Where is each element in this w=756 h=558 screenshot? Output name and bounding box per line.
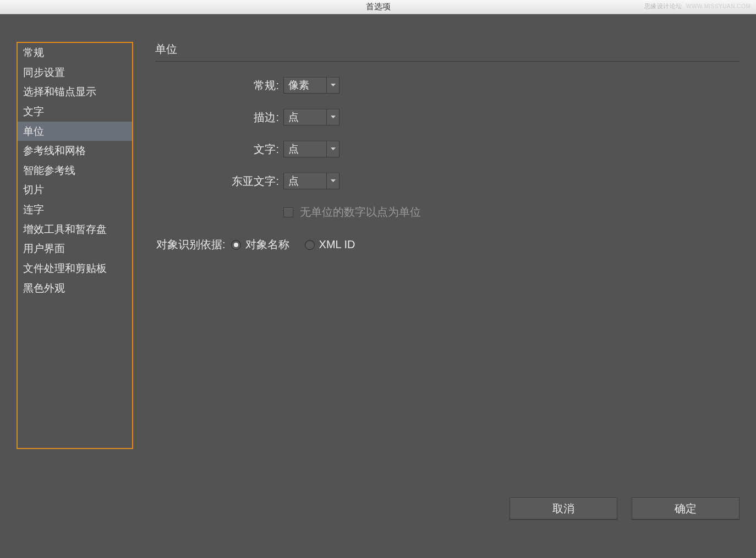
checkbox-label: 无单位的数字以点为单位 — [300, 205, 421, 220]
sidebar-item-general[interactable]: 常规 — [18, 43, 132, 63]
chevron-down-icon — [326, 109, 339, 125]
row-identify-objects: 对象识别依据: 对象名称 XML ID — [156, 237, 739, 252]
dropdown-general-value: 像素 — [283, 77, 326, 94]
content-panel: 单位 常规: 像素 描边: 点 — [133, 42, 739, 449]
row-general: 常规: 像素 — [194, 77, 739, 94]
sidebar-item-ui[interactable]: 用户界面 — [18, 239, 132, 259]
sidebar-item-smart-guides[interactable]: 智能参考线 — [18, 161, 132, 180]
chevron-down-icon — [326, 77, 339, 94]
row-east-asian: 东亚文字: 点 — [194, 173, 739, 189]
label-type: 文字: — [194, 142, 279, 157]
sidebar-item-hyphenation[interactable]: 连字 — [18, 200, 132, 220]
sidebar-item-plugins[interactable]: 增效工具和暂存盘 — [18, 220, 132, 239]
watermark: 思缘设计论坛 WWW.MISSYUAN.COM — [644, 2, 750, 10]
watermark-text-2: WWW.MISSYUAN.COM — [686, 3, 750, 9]
sidebar-item-guides[interactable]: 参考线和网格 — [18, 141, 132, 161]
sidebar-item-selection[interactable]: 选择和锚点显示 — [18, 82, 132, 102]
button-bar: 取消 确定 — [510, 497, 739, 519]
dropdown-east-asian-value: 点 — [283, 173, 326, 189]
dropdown-type-value: 点 — [283, 141, 326, 157]
row-type: 文字: 点 — [194, 141, 739, 157]
watermark-text-1: 思缘设计论坛 — [644, 3, 682, 9]
row-stroke: 描边: 点 — [194, 109, 739, 125]
dropdown-stroke[interactable]: 点 — [283, 109, 339, 125]
chevron-down-icon — [326, 141, 339, 157]
radio-object-name — [231, 240, 241, 250]
radio-option-xml-id[interactable]: XML ID — [305, 238, 355, 251]
dropdown-stroke-value: 点 — [283, 109, 326, 125]
radio-group-label: 对象识别依据: — [156, 237, 226, 252]
titlebar: 首选项 思缘设计论坛 WWW.MISSYUAN.COM — [0, 0, 756, 14]
section-title: 单位 — [155, 42, 739, 62]
sidebar-item-units[interactable]: 单位 — [18, 122, 132, 141]
label-general: 常规: — [194, 78, 279, 93]
sidebar-item-black-appearance[interactable]: 黑色外观 — [18, 278, 132, 298]
sidebar-item-file-handling[interactable]: 文件处理和剪贴板 — [18, 259, 132, 278]
row-numbers-without-units: 无单位的数字以点为单位 — [283, 205, 739, 220]
radio-label-object-name: 对象名称 — [245, 237, 289, 252]
dropdown-type[interactable]: 点 — [283, 141, 339, 157]
radio-xml-id — [305, 240, 315, 250]
cancel-button[interactable]: 取消 — [510, 497, 617, 519]
label-east-asian: 东亚文字: — [194, 174, 279, 189]
ok-button[interactable]: 确定 — [632, 497, 739, 519]
main-area: 常规 同步设置 选择和锚点显示 文字 单位 参考线和网格 智能参考线 切片 连字… — [0, 14, 756, 449]
dropdown-east-asian[interactable]: 点 — [283, 173, 339, 189]
checkbox-numbers-without-units[interactable] — [283, 207, 293, 217]
chevron-down-icon — [326, 173, 339, 189]
radio-label-xml-id: XML ID — [319, 238, 355, 251]
window-title: 首选项 — [366, 2, 391, 12]
form-rows: 常规: 像素 描边: 点 文字: — [155, 77, 739, 220]
sidebar-item-type[interactable]: 文字 — [18, 102, 132, 122]
sidebar: 常规 同步设置 选择和锚点显示 文字 单位 参考线和网格 智能参考线 切片 连字… — [17, 42, 133, 449]
sidebar-item-slices[interactable]: 切片 — [18, 180, 132, 200]
label-stroke: 描边: — [194, 110, 279, 125]
radio-option-object-name[interactable]: 对象名称 — [231, 237, 289, 252]
sidebar-item-sync[interactable]: 同步设置 — [18, 63, 132, 83]
dropdown-general[interactable]: 像素 — [283, 77, 339, 94]
